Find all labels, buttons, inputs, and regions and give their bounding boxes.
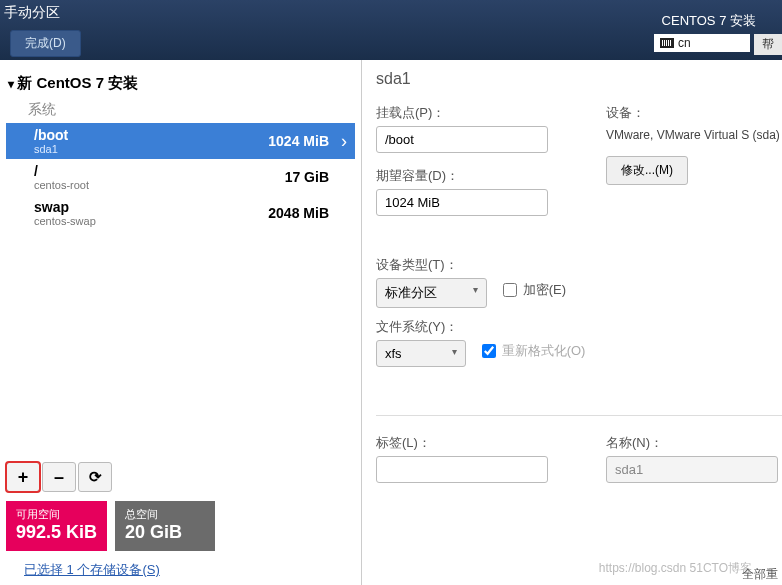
help-button[interactable]: 帮 [754, 34, 782, 55]
capacity-input[interactable] [376, 189, 548, 216]
mount-row-swap[interactable]: swap centos-swap 2048 MiB [6, 195, 355, 231]
mount-row-root[interactable]: / centos-root 17 GiB [6, 159, 355, 195]
label-field-label: 标签(L)： [376, 434, 606, 452]
capacity-label: 期望容量(D)： [376, 167, 606, 185]
device-label: 设备： [606, 104, 782, 122]
refresh-button[interactable]: ⟳ [78, 462, 112, 492]
filesystem-select[interactable]: xfs [376, 340, 466, 367]
done-button[interactable]: 完成(D) [10, 30, 81, 57]
keyboard-icon [660, 38, 674, 48]
remove-partition-button[interactable]: – [42, 462, 76, 492]
product-title: CENTOS 7 安装 [662, 12, 756, 30]
top-bar: 手动分区 完成(D) CENTOS 7 安装 cn 帮 [0, 0, 782, 60]
watermark-text: https://blog.csdn 51CTO博客 [599, 560, 752, 577]
reformat-checkbox[interactable] [482, 344, 496, 358]
detail-title: sda1 [376, 70, 782, 98]
partition-detail-panel: sda1 挂载点(P)： 期望容量(D)： 设备： VMware, VMware… [362, 60, 782, 585]
name-input [606, 456, 778, 483]
page-title: 手动分区 [4, 4, 60, 22]
modify-button[interactable]: 修改...(M) [606, 156, 688, 185]
mount-row-boot[interactable]: /boot sda1 1024 MiB [6, 123, 355, 159]
filesystem-label: 文件系统(Y)： [376, 318, 782, 336]
mount-size-label: 2048 MiB [268, 205, 329, 221]
reformat-checkbox-label[interactable]: 重新格式化(O) [482, 342, 586, 360]
mountpoint-input[interactable] [376, 126, 548, 153]
total-space-box: 总空间 20 GiB [115, 501, 215, 551]
device-type-label: 设备类型(T)： [376, 256, 782, 274]
reset-all-link[interactable]: 全部重 [742, 566, 778, 583]
system-group-label: 系统 [6, 97, 355, 123]
device-text: VMware, VMware Virtual S (sda) [606, 126, 782, 144]
available-space-label: 可用空间 [16, 507, 97, 522]
partition-tree-panel: 新 CentOS 7 安装 系统 /boot sda1 1024 MiB / c… [0, 60, 362, 585]
keyboard-layout-selector[interactable]: cn [654, 34, 750, 52]
available-space-value: 992.5 KiB [16, 522, 97, 543]
storage-devices-link[interactable]: 已选择 1 个存储设备(S) [6, 551, 160, 579]
install-tree-header[interactable]: 新 CentOS 7 安装 [6, 70, 355, 97]
total-space-value: 20 GiB [125, 522, 205, 543]
device-type-select[interactable]: 标准分区 [376, 278, 487, 308]
label-input[interactable] [376, 456, 548, 483]
total-space-label: 总空间 [125, 507, 205, 522]
mount-size-label: 17 GiB [285, 169, 329, 185]
encrypt-checkbox[interactable] [503, 283, 517, 297]
encrypt-checkbox-label[interactable]: 加密(E) [503, 281, 566, 299]
keyboard-layout-label: cn [678, 36, 691, 50]
name-field-label: 名称(N)： [606, 434, 782, 452]
add-partition-button[interactable]: + [6, 462, 40, 492]
partition-button-bar: + – ⟳ [6, 459, 355, 495]
available-space-box: 可用空间 992.5 KiB [6, 501, 107, 551]
mount-size-label: 1024 MiB [268, 133, 329, 149]
mountpoint-label: 挂载点(P)： [376, 104, 606, 122]
